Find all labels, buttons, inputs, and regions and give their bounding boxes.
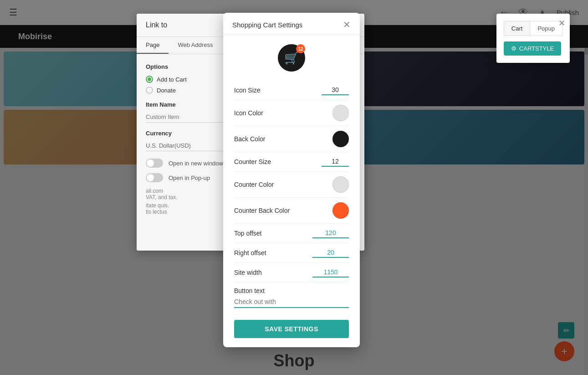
save-settings-button[interactable]: SAVE SETTINGS <box>234 320 349 338</box>
right-panel-tabs: Cart Popup <box>504 21 562 36</box>
icon-color-swatch[interactable] <box>332 105 349 121</box>
cart-icon-area: 🛒 12 <box>223 35 360 76</box>
button-text-input[interactable] <box>234 296 349 308</box>
toggle-new-window-label: Open in new window <box>169 160 223 167</box>
site-width-label: Site width <box>234 269 262 276</box>
site-width-input[interactable] <box>312 267 349 277</box>
cart-modal-header: Shopping Cart Settings ✕ <box>223 13 360 35</box>
icon-color-row: Icon Color <box>234 100 349 126</box>
top-offset-row: Top offset <box>234 224 349 243</box>
button-text-label: Button text <box>234 287 349 294</box>
tab-web-address[interactable]: Web Address <box>169 37 222 54</box>
cart-symbol: 🛒 <box>284 51 299 65</box>
back-color-swatch[interactable] <box>332 131 349 147</box>
back-color-label: Back Color <box>234 135 265 143</box>
counter-size-label: Counter Size <box>234 158 271 165</box>
toggle-new-window-switch[interactable] <box>146 159 163 168</box>
cart-modal-close-button[interactable]: ✕ <box>343 20 351 29</box>
cart-modal-title: Shopping Cart Settings <box>232 21 302 29</box>
radio-circle-add-to-cart <box>146 76 153 83</box>
back-color-row: Back Color <box>234 126 349 152</box>
icon-color-label: Icon Color <box>234 109 263 117</box>
cartstyle-label: CARTSTYLE <box>519 45 554 52</box>
tab-cart[interactable]: Cart <box>504 21 530 36</box>
cart-icon-circle: 🛒 12 <box>278 44 305 72</box>
counter-color-row: Counter Color <box>234 172 349 198</box>
button-text-section: Button text <box>234 283 349 313</box>
gear-icon: ⚙ <box>511 45 516 52</box>
toggle-popup-label: Open in Pop-up <box>169 175 210 181</box>
right-offset-input[interactable] <box>312 248 349 258</box>
add-to-cart-label: Add to Cart <box>157 76 187 83</box>
right-panel: Cart Popup ⚙ CARTSTYLE ✕ <box>496 14 570 63</box>
site-width-row: Site width <box>234 263 349 283</box>
icon-size-input[interactable] <box>322 85 349 95</box>
counter-color-swatch[interactable] <box>332 176 349 193</box>
counter-size-input[interactable] <box>322 157 349 167</box>
cartstyle-button[interactable]: ⚙ CARTSTYLE <box>504 41 561 56</box>
link-modal-title: Link to <box>146 21 167 29</box>
icon-size-row: Icon Size <box>234 81 349 100</box>
counter-back-color-row: Counter Back Color <box>234 198 349 224</box>
counter-color-label: Counter Color <box>234 181 274 188</box>
toggle-popup-switch[interactable] <box>146 173 163 182</box>
icon-size-label: Icon Size <box>234 87 261 94</box>
tab-popup[interactable]: Popup <box>530 21 562 36</box>
counter-back-color-swatch[interactable] <box>332 202 349 219</box>
tab-page[interactable]: Page <box>137 37 169 54</box>
right-offset-row: Right offset <box>234 243 349 263</box>
counter-back-color-label: Counter Back Color <box>234 207 290 214</box>
right-panel-close-button[interactable]: ✕ <box>558 18 565 28</box>
top-offset-input[interactable] <box>312 228 349 238</box>
top-offset-label: Top offset <box>234 230 261 237</box>
donate-label: Donate <box>157 87 176 94</box>
cart-modal-body: Icon Size Icon Color Back Color Counter … <box>223 76 360 347</box>
cart-badge: 12 <box>296 44 305 53</box>
radio-circle-donate <box>146 87 153 94</box>
cart-settings-modal: Shopping Cart Settings ✕ 🛒 12 Icon Size … <box>223 13 360 347</box>
counter-size-row: Counter Size <box>234 152 349 172</box>
right-offset-label: Right offset <box>234 249 266 257</box>
